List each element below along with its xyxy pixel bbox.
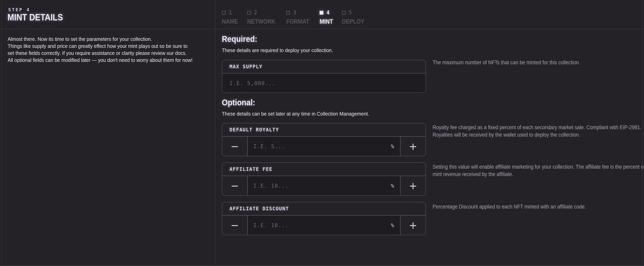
step-label: FORMAT: [286, 18, 309, 25]
required-subtext: These details are required to deploy you…: [222, 47, 333, 53]
step-label: MINT: [320, 18, 333, 25]
step-number: 2: [254, 10, 257, 16]
intro-line: All optional fields can be modified late…: [8, 57, 192, 64]
page-title: MINT DETAILS: [8, 12, 63, 23]
plus-icon: +: [409, 180, 417, 192]
affiliate-fee-field: AFFILIATE FEE − % +: [222, 162, 426, 196]
panel-divider: [215, 0, 215, 266]
step-number: 4: [326, 10, 330, 16]
intro-line: set these fields correctly. If you requi…: [8, 50, 192, 57]
mint-details-page: STEP 4 MINT DETAILS 1 NAME 2 NETWORK 3 F…: [0, 0, 644, 266]
plus-icon: +: [409, 141, 417, 152]
step-item-deploy[interactable]: 5 DEPLOY: [342, 10, 367, 25]
decrement-button[interactable]: −: [222, 136, 248, 156]
header-divider: [0, 29, 644, 29]
affiliate-discount-field: AFFILIATE DISCOUNT − % +: [222, 202, 426, 235]
wizard-stepper: 1 NAME 2 NETWORK 3 FORMAT 4 MINT 5 DEPLO…: [222, 10, 367, 25]
step-checkbox-icon: [286, 11, 290, 15]
step-checkbox-filled-icon: [320, 11, 324, 15]
decrement-button[interactable]: −: [222, 176, 248, 195]
minus-icon: −: [231, 220, 239, 231]
step-checkbox-icon: [247, 11, 251, 15]
percent-unit: %: [391, 183, 394, 189]
affiliate-fee-helper: Setting this value will enable affiliate…: [432, 163, 644, 178]
field-label-row: AFFILIATE FEE: [222, 163, 426, 176]
step-label: DEPLOY: [342, 18, 364, 25]
default-royalty-input[interactable]: [253, 143, 388, 150]
optional-subtext: These details can be set later at any ti…: [222, 111, 369, 117]
field-label: MAX SUPPLY: [230, 64, 262, 70]
optional-heading: Optional:: [222, 98, 255, 107]
field-label-row: MAX SUPPLY: [222, 60, 426, 74]
max-supply-helper: The maximum number of NFTs that can be m…: [432, 59, 644, 66]
field-label: DEFAULT ROYALTY: [230, 127, 279, 133]
step-item-network[interactable]: 2 NETWORK: [247, 10, 279, 25]
increment-button[interactable]: +: [400, 136, 426, 156]
left-frame-line: [2, 0, 2, 266]
step-item-mint[interactable]: 4 MINT: [320, 10, 335, 25]
intro-line: Things like supply and price can greatly…: [8, 43, 192, 50]
default-royalty-helper: Royalty fee charged as a fixed percent o…: [432, 124, 644, 138]
max-supply-field: MAX SUPPLY: [222, 60, 426, 93]
affiliate-discount-input[interactable]: [253, 222, 388, 229]
step-number: 3: [293, 10, 296, 16]
step-item-name[interactable]: 1 NAME: [222, 10, 240, 25]
field-label-row: AFFILIATE DISCOUNT: [222, 202, 426, 216]
step-number: 5: [349, 10, 352, 16]
step-checkbox-icon: [222, 11, 226, 15]
field-label-row: DEFAULT ROYALTY: [222, 123, 426, 136]
affiliate-fee-input[interactable]: [253, 183, 388, 189]
field-label: AFFILIATE FEE: [230, 166, 272, 172]
default-royalty-field: DEFAULT ROYALTY − % +: [222, 123, 426, 156]
percent-unit: %: [391, 222, 394, 228]
increment-button[interactable]: +: [400, 176, 426, 195]
decrement-button[interactable]: −: [222, 216, 248, 235]
minus-icon: −: [231, 141, 239, 152]
field-label: AFFILIATE DISCOUNT: [230, 206, 289, 212]
step-checkbox-icon: [342, 11, 346, 15]
step-label: NETWORK: [247, 18, 276, 25]
max-supply-input[interactable]: [222, 74, 426, 93]
intro-copy: Almost there. Now its time to set the pa…: [8, 36, 206, 64]
step-item-format[interactable]: 3 FORMAT: [286, 10, 312, 25]
step-number: 1: [229, 10, 232, 16]
plus-icon: +: [409, 220, 417, 231]
affiliate-discount-helper: Percentage Discount applied to each NFT …: [432, 203, 644, 211]
percent-unit: %: [391, 143, 394, 149]
required-heading: Required:: [222, 34, 257, 44]
step-label: NAME: [222, 18, 238, 25]
intro-line: Almost there. Now its time to set the pa…: [8, 36, 192, 43]
increment-button[interactable]: +: [400, 216, 426, 235]
minus-icon: −: [231, 180, 239, 192]
